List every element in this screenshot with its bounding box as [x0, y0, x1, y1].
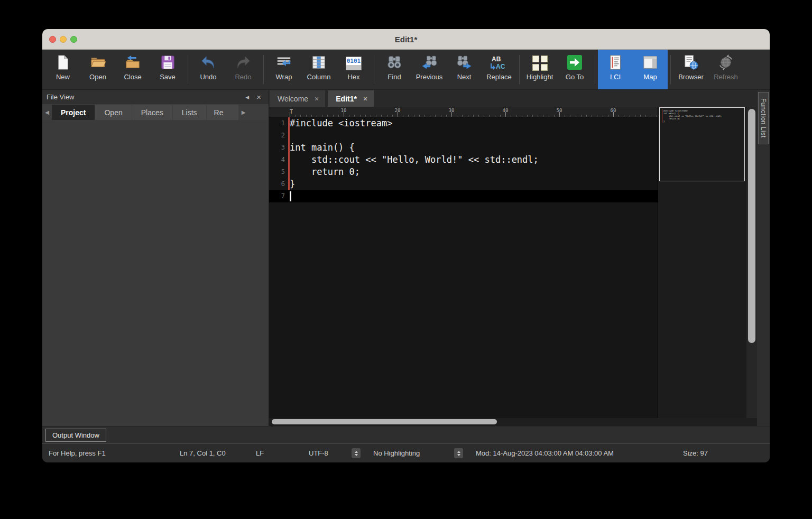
line-number: 2 — [269, 129, 288, 142]
minimap[interactable]: #include <iostream> int main() { std::co… — [658, 107, 746, 418]
status-highlighting-select[interactable]: No Highlighting — [367, 444, 469, 462]
code-line: 4 std::cout << "Hello, World!" << std::e… — [269, 154, 658, 166]
vertical-scrollbar-thumb[interactable] — [748, 109, 755, 343]
line-number: 3 — [269, 142, 288, 154]
bottom-strip: Output Window — [42, 426, 770, 443]
sidebar-tab-label: Lists — [182, 108, 197, 117]
browser-button[interactable]: Browser — [673, 50, 708, 89]
close-tab-icon[interactable]: × — [363, 95, 367, 103]
toolbar-label: Next — [457, 73, 472, 81]
map-panel-icon — [641, 53, 659, 72]
toolbar-label: Previous — [416, 73, 443, 81]
ruler-mark: 30 — [449, 108, 455, 113]
code-line-current: 7 — [269, 190, 658, 202]
tabs-scroll-left-icon[interactable]: ◀ — [42, 104, 52, 120]
ruler-mark: 50 — [557, 108, 562, 113]
editor-region: Welcome × Edit1* × T — [269, 90, 770, 426]
replace-button[interactable]: AB AC Replace — [482, 50, 516, 89]
undo-arrow-icon — [199, 53, 217, 72]
code-line: 1#include <iostream> — [269, 117, 658, 129]
titlebar: Edit1* — [42, 29, 770, 50]
text-cursor — [290, 191, 291, 201]
undo-button[interactable]: Undo — [191, 50, 226, 89]
find-next-icon — [455, 53, 473, 72]
toolbar-label: New — [56, 73, 70, 81]
toolbar: New Open Close Save — [42, 50, 770, 90]
toolbar-separator — [374, 55, 374, 84]
vertical-scrollbar[interactable] — [746, 107, 757, 418]
toolbar-label: Undo — [200, 73, 216, 81]
toolbar-label: Hex — [347, 73, 359, 81]
column-button[interactable]: Column — [301, 50, 336, 89]
code-editor[interactable]: T 10 20 30 40 50 60 — [269, 107, 658, 418]
window-minimize-button[interactable] — [60, 36, 67, 43]
status-help: For Help, press F1 — [42, 444, 173, 462]
find-previous-button[interactable]: Previous — [412, 50, 447, 89]
hex-view-icon: 0101 — [345, 53, 363, 72]
highlighting-stepper-icon[interactable] — [454, 448, 463, 458]
toolbar-label: Replace — [486, 73, 512, 81]
hex-button[interactable]: 0101 Hex — [336, 50, 371, 89]
tab-welcome[interactable]: Welcome × — [270, 90, 325, 107]
desktop-background: Edit1* New Open Close — [0, 0, 812, 519]
status-encoding-select[interactable]: UTF-8 — [302, 444, 367, 462]
toolbar-label: Redo — [235, 73, 251, 81]
function-list-tab[interactable]: Function List — [758, 92, 769, 144]
ruler-mark: 10 — [341, 108, 347, 113]
sidebar-tab-places[interactable]: Places — [132, 105, 172, 120]
app-window: Edit1* New Open Close — [42, 29, 770, 462]
save-button[interactable]: Save — [150, 50, 185, 89]
collapse-panel-icon[interactable]: ◀ — [245, 95, 249, 100]
code-text: std::cout << "Hello, World!" << std::end… — [290, 154, 539, 166]
toolbar-label: LCI — [610, 73, 621, 81]
window-close-button[interactable] — [49, 36, 56, 43]
sidebar-tab-truncated[interactable]: Re — [207, 105, 238, 120]
map-button[interactable]: Map — [633, 50, 668, 89]
save-floppy-icon — [159, 53, 177, 72]
ruler-mark: 40 — [503, 108, 509, 113]
find-next-button[interactable]: Next — [447, 50, 482, 89]
horizontal-scrollbar-thumb[interactable] — [272, 419, 497, 424]
window-zoom-button[interactable] — [70, 36, 77, 43]
ruler-mark: 20 — [395, 108, 401, 113]
toolbar-separator — [188, 55, 188, 84]
open-button[interactable]: Open — [80, 50, 115, 89]
toolbar-label: Highlight — [527, 73, 553, 81]
code-lines: 1#include <iostream> 2 3int main() { 4 s… — [269, 117, 658, 202]
toolbar-separator — [595, 55, 595, 84]
new-button[interactable]: New — [45, 50, 80, 89]
sidebar-tab-open[interactable]: Open — [95, 105, 131, 120]
minimap-viewport[interactable]: #include <iostream> int main() { std::co… — [659, 107, 745, 181]
find-button[interactable]: Find — [377, 50, 412, 89]
close-folder-icon — [124, 53, 142, 72]
encoding-stepper-icon[interactable] — [352, 448, 361, 458]
goto-button[interactable]: Go To — [557, 50, 592, 89]
goto-arrow-icon — [566, 53, 584, 72]
lci-button[interactable]: LCI — [598, 50, 633, 89]
close-tab-icon[interactable]: × — [315, 95, 319, 103]
toolbar-label: Wrap — [276, 73, 292, 81]
horizontal-scrollbar[interactable] — [269, 418, 757, 426]
code-text: int main() { — [290, 142, 355, 154]
toolbar-label: Save — [160, 73, 176, 81]
sidebar-tab-project[interactable]: Project — [52, 105, 95, 120]
horizontal-scrollbar-row — [269, 418, 757, 426]
main-content: File View ◀ × ◀ Project Open Places List… — [42, 90, 770, 426]
tab-edit1[interactable]: Edit1* × — [328, 90, 374, 107]
open-folder-icon — [89, 53, 107, 72]
redo-button: Redo — [226, 50, 261, 89]
output-window-tab[interactable]: Output Window — [45, 429, 106, 442]
toolbar-label: Open — [89, 73, 106, 81]
sidebar-tab-lists[interactable]: Lists — [173, 105, 206, 120]
close-panel-icon[interactable]: × — [256, 93, 261, 101]
close-button[interactable]: Close — [115, 50, 150, 89]
sidebar-tab-label: Project — [61, 108, 86, 117]
function-list-label: Function List — [760, 98, 767, 138]
wrap-button[interactable]: Wrap — [266, 50, 301, 89]
highlight-button[interactable]: Highlight — [522, 50, 557, 89]
refresh-button: Refresh — [708, 50, 743, 89]
toolbar-label: Column — [307, 73, 331, 81]
code-text: } — [290, 178, 295, 190]
editor-empty-area[interactable] — [269, 202, 658, 418]
tabs-scroll-right-icon[interactable]: ▶ — [239, 104, 248, 120]
